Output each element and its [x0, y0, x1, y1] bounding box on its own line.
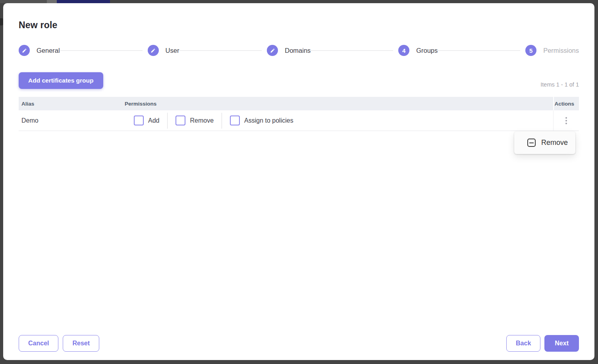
step-groups[interactable]: 4 Groups: [398, 45, 438, 56]
permission-assign-to-policies: Assign to policies: [230, 116, 293, 125]
wizard-stepper: General User Domains 4 Groups 5 Permissi…: [19, 45, 579, 56]
permissions-cell: Add Remove Assign to policies: [125, 110, 553, 131]
checkbox-label: Assign to policies: [244, 117, 293, 124]
back-button[interactable]: Back: [506, 335, 540, 352]
step-general[interactable]: General: [19, 45, 60, 56]
step-connector: [311, 50, 393, 51]
pencil-icon: [19, 45, 30, 56]
step-connector: [179, 50, 262, 51]
pencil-icon: [148, 45, 159, 56]
checkbox-label: Add: [148, 117, 159, 124]
checkbox-label: Remove: [190, 117, 214, 124]
pencil-icon: [267, 45, 278, 56]
step-label: Domains: [285, 47, 311, 54]
permission-remove: Remove: [176, 116, 214, 125]
column-header-alias: Alias: [19, 97, 125, 110]
step-label: Permissions: [543, 47, 579, 54]
divider: [167, 113, 168, 129]
step-connector: [438, 50, 520, 51]
permission-add: Add: [134, 116, 159, 125]
background-app-top-bar: [0, 0, 598, 3]
table-toolbar: Add certificates group Items 1 - 1 of 1: [19, 72, 579, 89]
background-bar-segment: [47, 0, 57, 3]
step-connector: [60, 50, 143, 51]
divider: [222, 113, 222, 129]
modal-footer: Cancel Reset Back Next: [19, 335, 579, 352]
step-number-badge: 5: [525, 45, 536, 56]
background-bar-active-tab: [57, 0, 110, 3]
kebab-menu-icon[interactable]: [562, 115, 570, 126]
cancel-button[interactable]: Cancel: [19, 335, 58, 352]
menu-item-label: Remove: [541, 139, 568, 147]
step-user[interactable]: User: [148, 45, 179, 56]
reset-button[interactable]: Reset: [63, 335, 99, 352]
page-title: New role: [19, 20, 579, 31]
certificates-group-table: Alias Permissions Actions Demo Add Remov…: [19, 97, 579, 131]
table-row: Demo Add Remove Assign to policies: [19, 110, 579, 131]
alias-cell: Demo: [19, 110, 125, 131]
items-count: Items 1 - 1 of 1: [540, 81, 579, 89]
table-header-row: Alias Permissions Actions: [19, 97, 579, 110]
column-header-actions: Actions: [553, 97, 579, 110]
add-certificates-group-button[interactable]: Add certificates group: [19, 72, 103, 89]
step-number-badge: 4: [398, 45, 409, 56]
background-edge-element: [0, 18, 3, 25]
checkbox-remove[interactable]: [176, 116, 185, 125]
column-header-permissions: Permissions: [125, 97, 553, 110]
next-button[interactable]: Next: [544, 335, 579, 352]
step-label: General: [37, 47, 60, 54]
checkbox-assign-to-policies[interactable]: [230, 116, 240, 125]
new-role-modal: New role General User Domains 4 Groups: [3, 3, 594, 360]
step-label: User: [166, 47, 179, 54]
background-bar-segment: [0, 0, 47, 3]
checkbox-add[interactable]: [134, 116, 144, 125]
row-actions-dropdown: Remove: [514, 131, 575, 154]
step-permissions[interactable]: 5 Permissions: [525, 45, 579, 56]
menu-item-remove[interactable]: Remove: [514, 131, 575, 154]
step-domains[interactable]: Domains: [267, 45, 311, 56]
step-label: Groups: [416, 47, 438, 54]
actions-cell: [553, 110, 579, 131]
minus-square-icon: [527, 139, 536, 147]
